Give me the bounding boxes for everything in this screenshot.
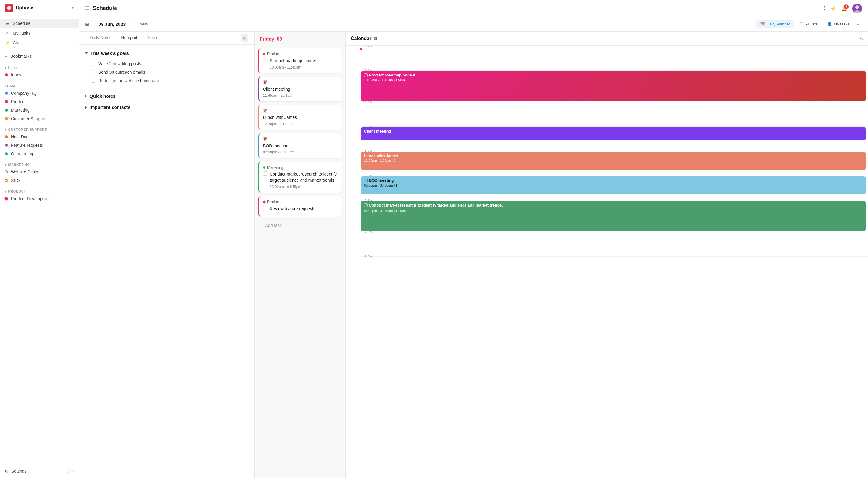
team-label: TEAM — [5, 84, 15, 88]
sidebar-item-schedule[interactable]: ☰ Schedule — [0, 19, 79, 28]
product-header[interactable]: ▾ PRODUCT — [0, 187, 79, 194]
task-5-time: 03:00pm - 04:45pm — [270, 185, 338, 189]
task-card-5: Marketing Conduct market research to ide… — [258, 162, 342, 192]
task-4-category: 📅 — [263, 137, 338, 141]
topbar-right: ⠿ ⚡ 🔔 2 — [822, 4, 862, 13]
notification-icon[interactable]: 🔔 2 — [841, 5, 847, 11]
sidebar-item-company-hq[interactable]: Company HQ — [0, 89, 79, 97]
sidebar-item-my-tasks[interactable]: ○ My Tasks — [0, 28, 79, 38]
sidebar-item-seo[interactable]: SEO — [0, 176, 79, 185]
task-3-title: Lunch with James — [263, 115, 338, 121]
add-task-row[interactable]: + Add task — [255, 218, 345, 232]
topbar-left: ☰ Schedule — [85, 5, 117, 11]
task-1-cat-label: Product — [267, 52, 280, 56]
sidebar-item-customer-support[interactable]: Customer Support — [0, 114, 79, 123]
avatar[interactable] — [852, 4, 862, 13]
calendar-title: Calendar — [350, 36, 371, 41]
grid-icon[interactable]: ⠿ — [822, 5, 826, 11]
all-lists-label: All lists — [805, 22, 817, 26]
tab-daily-notes[interactable]: Daily Notes — [85, 32, 117, 44]
task-5-cat-icon — [263, 166, 266, 169]
feature-requests-dot — [5, 144, 8, 147]
calendar-hours: 8h — [372, 36, 378, 41]
add-task-header-button[interactable]: + — [337, 36, 341, 42]
sidebar-item-onboarding[interactable]: Onboarding — [0, 150, 79, 158]
event-checkbox-4[interactable] — [364, 179, 368, 182]
sidebar-item-help-docs[interactable]: Help Docs — [0, 132, 79, 141]
calendar-view-icon[interactable]: ▣ — [85, 22, 89, 27]
task-5-checkbox[interactable] — [263, 171, 267, 176]
menu-icon[interactable]: ☰ — [85, 5, 89, 11]
my-tasks-label: My Tasks — [13, 31, 30, 35]
team-section: TEAM Company HQ Product Marketing Custom… — [0, 81, 79, 124]
time-content-9am — [361, 46, 868, 70]
seo-label: SEO — [11, 178, 20, 183]
lists-chevron: ▾ — [5, 66, 7, 69]
customer-support-header[interactable]: ▾ CUSTOMER SUPPORT — [0, 125, 79, 132]
time-row-10am: 10 AM Product roadmap review 10:00am - 1… — [361, 70, 868, 102]
app-logo[interactable]: Upbase — [5, 4, 33, 12]
important-contacts-row[interactable]: Important contacts — [85, 103, 248, 111]
notepad-collapse-button[interactable]: ⊠ — [241, 34, 248, 42]
sidebar-item-chat[interactable]: ⚡ Chat — [0, 38, 79, 47]
onboarding-label: Onboarding — [11, 151, 33, 156]
bolt-icon[interactable]: ⚡ — [830, 5, 836, 11]
goal-checkbox-2[interactable] — [91, 70, 95, 74]
help-button[interactable]: ? — [67, 468, 74, 474]
daily-planner-button[interactable]: 📅 Daily Planner — [756, 20, 794, 28]
goals-title-row[interactable]: This week's goals — [85, 51, 248, 56]
goal-checkbox-1[interactable] — [91, 62, 95, 66]
calendar-header: Calendar 8h ⇱ — [346, 32, 868, 46]
product-section-label: PRODUCT — [8, 190, 26, 193]
marketing-header[interactable]: ▾ MARKETING — [0, 160, 79, 168]
task-6-checkbox[interactable] — [263, 206, 267, 210]
sidebar-item-website-design[interactable]: Website Design — [0, 168, 79, 176]
task-card-4: 📅 BOD meeting 02:00pm - 03:00pm — [258, 133, 342, 158]
quick-notes-row[interactable]: Quick notes — [85, 92, 248, 100]
sidebar-item-marketing[interactable]: Marketing — [0, 106, 79, 114]
more-options-button[interactable]: ··· — [856, 20, 862, 28]
all-lists-button[interactable]: ☰ All lists — [796, 20, 821, 28]
cal-event-client-meeting[interactable]: Client meeting — [361, 127, 866, 140]
cal-event-product-roadmap[interactable]: Product roadmap review 10:00am - 11:45am… — [361, 71, 866, 101]
task-3-cat-icon: 📅 — [263, 108, 268, 113]
lists-header[interactable]: ▾ Lists — [0, 63, 79, 71]
sidebar-item-product-development[interactable]: Product Development — [0, 194, 79, 203]
event-checkbox-5[interactable] — [364, 203, 368, 207]
event-time-5: 03:00pm - 04:45pm | 1h45m — [364, 209, 863, 213]
today-button[interactable]: Today — [135, 21, 151, 28]
sidebar-item-inbox[interactable]: Inbox — [0, 71, 79, 79]
sidebar-item-product[interactable]: Product — [0, 97, 79, 106]
cal-event-bod[interactable]: BOD meeting 02:00pm - 03:00pm | 1h — [361, 176, 866, 194]
settings-item[interactable]: ⚙ Settings — [5, 469, 27, 473]
cs-section-label: CUSTOMER SUPPORT — [8, 128, 47, 131]
bookmarks-item[interactable]: ▶ Bookmarks — [0, 51, 79, 61]
quick-notes-triangle — [85, 95, 87, 98]
task-6-title: Review feature requests — [270, 206, 315, 212]
tasks-header: Friday 09 + — [255, 32, 345, 46]
sidebar-item-feature-requests[interactable]: Feature requests — [0, 141, 79, 150]
team-header[interactable]: TEAM — [0, 82, 79, 89]
product-section: ▾ PRODUCT Product Development — [0, 186, 79, 204]
notification-badge: 2 — [844, 4, 848, 9]
cal-event-lunch[interactable]: Lunch with James 12:30pm - 1:30pm | 1h — [361, 152, 866, 170]
event-checkbox-1[interactable] — [364, 73, 368, 77]
task-1-checkbox[interactable] — [263, 58, 267, 62]
settings-icon: ⚙ — [5, 469, 9, 473]
prev-date-button[interactable]: ‹ — [93, 21, 96, 28]
sidebar-toggle[interactable]: ▾ — [72, 6, 74, 10]
customer-support-section: ▾ CUSTOMER SUPPORT Help Docs Feature req… — [0, 124, 79, 159]
important-contacts-triangle — [85, 106, 87, 109]
task-4-cat-icon: 📅 — [263, 137, 268, 141]
goal-item-3: Redesign the website homepage — [85, 76, 248, 85]
tab-notepad[interactable]: Notepad — [117, 32, 142, 44]
calendar-expand-button[interactable]: ⇱ — [860, 36, 863, 41]
my-tasks-button[interactable]: 👤 My tasks — [824, 20, 853, 28]
goal-checkbox-3[interactable] — [91, 78, 95, 83]
cal-event-market-research[interactable]: Conduct market research to identify targ… — [361, 201, 866, 231]
inbox-label: Inbox — [11, 72, 21, 77]
next-date-button[interactable]: › — [128, 21, 132, 28]
time-content-4pm — [361, 232, 868, 256]
task-4-title: BOD meeting — [263, 143, 338, 149]
tab-timer[interactable]: Timer — [142, 32, 162, 44]
